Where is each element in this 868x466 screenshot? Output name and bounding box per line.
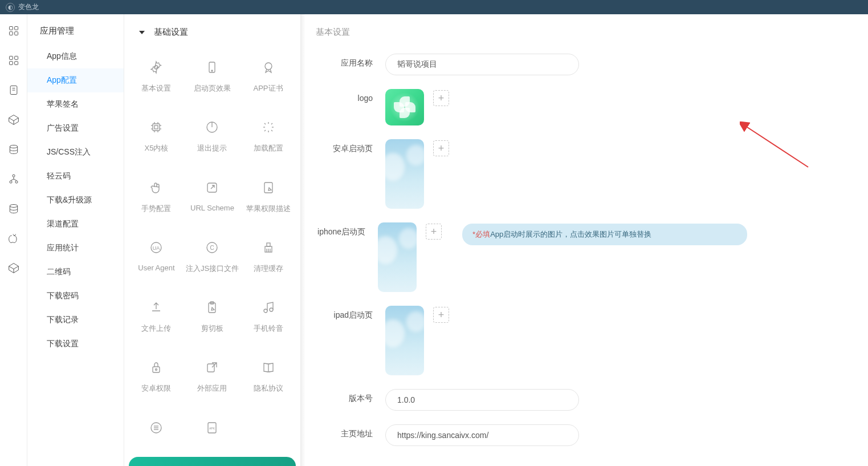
settings-basic[interactable]: 基本设置 <box>130 47 183 107</box>
menu-icon <box>148 420 164 436</box>
apk-icon: APK <box>204 420 220 436</box>
package-icon[interactable] <box>7 114 20 126</box>
settings-x5-core[interactable]: X5内核 <box>130 107 183 167</box>
settings-cell-label: 启动页效果 <box>194 83 231 94</box>
settings-inject-js[interactable]: C注入JS接口文件 <box>183 227 242 287</box>
settings-clipboard[interactable]: 剪切板 <box>183 287 242 347</box>
grid-icon[interactable] <box>7 25 20 37</box>
cube-icon[interactable] <box>7 262 20 274</box>
external-icon <box>204 359 220 375</box>
svg-line-13 <box>14 118 18 121</box>
svg-line-50 <box>271 123 272 124</box>
sidebar-item-app-info[interactable]: App信息 <box>27 44 124 68</box>
database-alt-icon[interactable] <box>7 202 20 215</box>
svg-point-17 <box>9 181 11 183</box>
settings-app-cert[interactable]: APP证书 <box>242 47 295 107</box>
main-content: 基本设置 应用名称 logo + 安卓启动页 + iphone启动页 + <box>301 14 868 466</box>
phone-icon <box>204 59 220 75</box>
ipad-splash-upload-button[interactable]: + <box>433 307 449 323</box>
ipad-splash-label: ipad启动页 <box>311 306 385 321</box>
iphone-splash-upload-button[interactable]: + <box>426 224 442 240</box>
app-name-label: 应用名称 <box>311 54 385 68</box>
svg-line-49 <box>264 130 266 131</box>
svg-line-20 <box>11 179 14 181</box>
book-icon <box>260 359 276 375</box>
hint-bubble: *必填 App启动时展示的图片，点击效果图片可单独替换 <box>462 224 747 245</box>
settings-cell-label: 隐私协议 <box>254 383 283 394</box>
gear-icon <box>148 59 164 75</box>
settings-loading-config[interactable]: 加载配置 <box>242 107 295 167</box>
edit-doc-icon <box>260 180 276 196</box>
settings-file-upload[interactable]: 文件上传 <box>130 287 183 347</box>
settings-exit-prompt[interactable]: 退出提示 <box>183 107 242 167</box>
app-name: 变色龙 <box>18 2 39 12</box>
settings-url-scheme[interactable]: URL Scheme <box>183 167 242 227</box>
svg-point-65 <box>270 308 273 311</box>
home-url-label: 主页地址 <box>311 424 385 439</box>
database-icon[interactable] <box>7 143 20 156</box>
sidebar-item-download-password[interactable]: 下载密码 <box>27 284 124 308</box>
iphone-splash-label: iphone启动页 <box>311 222 378 237</box>
settings-ringtone[interactable]: 手机铃音 <box>242 287 295 347</box>
sidebar-item-download-settings[interactable]: 下载设置 <box>27 332 124 356</box>
settings-cell-label: URL Scheme <box>190 204 234 212</box>
ipad-splash-preview[interactable] <box>385 306 424 375</box>
sidebar-item-cloud-code[interactable]: 轻云码 <box>27 164 124 188</box>
settings-cell-label: 清理缓存 <box>254 264 283 274</box>
logo-upload-button[interactable]: + <box>433 90 449 106</box>
settings-cell-label: 手势配置 <box>141 204 171 214</box>
settings-menu-extra[interactable] <box>130 407 183 457</box>
android-splash-upload-button[interactable]: + <box>433 140 449 156</box>
settings-apple-permission[interactable]: 苹果权限描述 <box>242 167 295 227</box>
sidebar-title: 应用管理 <box>27 26 124 44</box>
main-title: 基本设置 <box>311 27 868 38</box>
app-name-input[interactable] <box>385 54 579 75</box>
sidebar-item-app-stats[interactable]: 应用统计 <box>27 236 124 260</box>
upload-icon <box>148 299 164 315</box>
sidebar-item-app-config[interactable]: App配置 <box>27 68 124 92</box>
settings-android-permission[interactable]: 安卓权限 <box>130 347 183 407</box>
logo-preview[interactable] <box>385 89 424 125</box>
settings-cell-label: 剪切板 <box>201 323 223 334</box>
document-icon[interactable] <box>7 84 20 96</box>
svg-rect-52 <box>264 183 272 193</box>
settings-cell-label: 退出提示 <box>197 143 227 153</box>
apple-icon[interactable] <box>7 232 20 245</box>
sidebar-item-jscss-inject[interactable]: JS/CSS注入 <box>27 140 124 164</box>
sidebar-item-download-log[interactable]: 下载记录 <box>27 308 124 332</box>
logo-label: logo <box>311 89 385 103</box>
settings-apk-extra[interactable]: APK <box>183 407 242 457</box>
sidebar-item-download-upgrade[interactable]: 下载&升级源 <box>27 188 124 212</box>
grid-alt-icon[interactable] <box>7 54 20 67</box>
music-icon <box>260 299 276 315</box>
sidebar-item-qrcode[interactable]: 二维码 <box>27 260 124 284</box>
sidebar-item-apple-sign[interactable]: 苹果签名 <box>27 92 124 116</box>
settings-user-agent[interactable]: UAUser Agent <box>130 227 183 287</box>
iphone-splash-preview[interactable] <box>378 222 417 292</box>
svg-text:UA: UA <box>153 245 160 251</box>
chip-icon <box>148 119 164 135</box>
sidebar-item-ad-settings[interactable]: 广告设置 <box>27 116 124 140</box>
link-out-icon <box>204 180 220 196</box>
settings-splash-effect[interactable]: 启动页效果 <box>183 47 242 107</box>
settings-privacy[interactable]: 隐私协议 <box>242 347 295 407</box>
settings-cell-label: User Agent <box>138 264 174 272</box>
bottom-action-bar[interactable] <box>129 457 296 466</box>
svg-point-16 <box>12 175 14 177</box>
hand-icon <box>148 180 164 196</box>
settings-clear-cache[interactable]: 清理缓存 <box>242 227 295 287</box>
settings-header[interactable]: 基础设置 <box>124 14 300 47</box>
svg-line-12 <box>9 118 13 121</box>
home-url-input[interactable] <box>385 424 579 446</box>
settings-cell-label: APP证书 <box>254 83 283 94</box>
sidebar-item-channel-config[interactable]: 渠道配置 <box>27 212 124 236</box>
android-splash-preview[interactable] <box>385 139 424 209</box>
version-input[interactable] <box>385 389 579 411</box>
tree-icon[interactable] <box>7 173 20 185</box>
settings-gesture[interactable]: 手势配置 <box>130 167 183 227</box>
svg-line-45 <box>264 123 266 124</box>
settings-external-app[interactable]: 外部应用 <box>183 347 242 407</box>
top-bar: ◐ 变色龙 <box>0 0 868 14</box>
ua-icon: UA <box>148 240 164 256</box>
copyright-icon: C <box>204 240 220 256</box>
